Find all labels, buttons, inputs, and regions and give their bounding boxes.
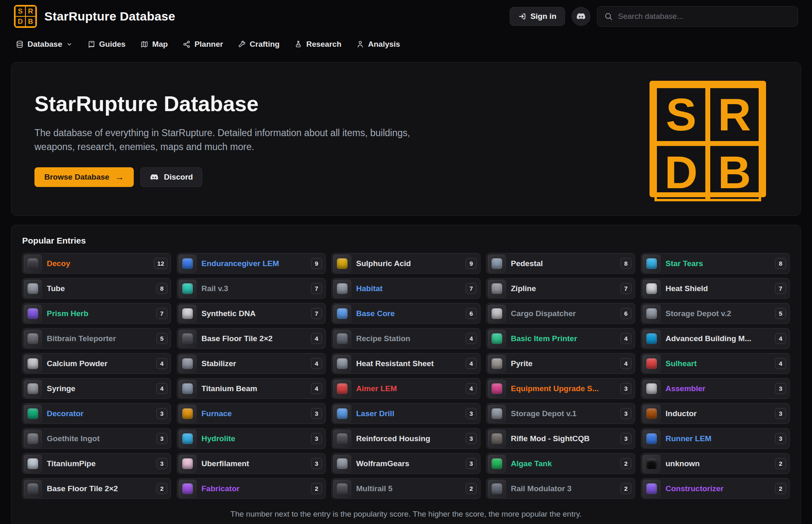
entry-name: Rifle Mod - SightCQB (511, 434, 615, 443)
popularity-score-badge: 3 (311, 433, 322, 444)
popular-entry[interactable]: Fabricator2 (177, 478, 326, 499)
entry-thumbnail (178, 480, 197, 498)
entry-thumbnail (178, 280, 197, 298)
popular-entry[interactable]: Sulheart4 (641, 353, 790, 374)
entry-thumbnail (178, 455, 197, 473)
popular-entry[interactable]: Decorator3 (22, 403, 171, 424)
entry-name: unknown (666, 459, 770, 468)
entry-name: Uberfilament (201, 459, 306, 468)
popular-entry[interactable]: Reinforced Housing3 (332, 428, 480, 449)
popular-entry[interactable]: Uberfilament3 (177, 453, 326, 474)
nav-item-guides[interactable]: Guides (87, 40, 126, 49)
nav-item-research[interactable]: Research (294, 40, 341, 49)
popular-entry[interactable]: Storage Depot v.25 (641, 303, 790, 324)
popular-entry[interactable]: Sulphuric Acid9 (332, 253, 480, 274)
popular-entry[interactable]: Base Core6 (332, 303, 480, 324)
popular-entry[interactable]: Cargo Dispatcher6 (486, 303, 635, 324)
popular-entry[interactable]: Synthetic DNA7 (177, 303, 326, 324)
popular-entry[interactable]: Pedestal8 (486, 253, 635, 274)
popularity-score-badge: 9 (311, 258, 322, 269)
sign-in-button[interactable]: Sign in (510, 7, 565, 26)
nav-item-map[interactable]: Map (140, 40, 168, 49)
popular-entry[interactable]: Storage Depot v.13 (486, 403, 635, 424)
popular-entry[interactable]: Stabilizer4 (177, 353, 326, 374)
popular-entry[interactable]: Zipline7 (486, 278, 635, 299)
entry-thumbnail (643, 305, 661, 323)
entry-thumbnail (488, 255, 506, 273)
popular-entry[interactable]: Base Floor Tile 2×22 (22, 478, 171, 499)
popular-entry[interactable]: Titanium Beam4 (177, 378, 326, 399)
popular-entry[interactable]: Pyrite4 (486, 353, 635, 374)
popular-entry[interactable]: Habitat7 (332, 278, 480, 299)
popular-entry[interactable]: Aimer LEM4 (332, 378, 480, 399)
nav-item-planner[interactable]: Planner (183, 40, 223, 49)
popularity-score-badge: 4 (311, 333, 322, 344)
search-input[interactable] (618, 12, 791, 21)
popular-entry[interactable]: Tube8 (22, 278, 171, 299)
popular-entry[interactable]: Furnace3 (177, 403, 326, 424)
popular-entry[interactable]: Calcium Powder4 (22, 353, 171, 374)
popular-entry[interactable]: Equipment Upgrade S...3 (486, 378, 635, 399)
popular-entry[interactable]: Multirail 52 (332, 478, 480, 499)
popular-entry[interactable]: unknown2 (641, 453, 790, 474)
hero-section: StarRupture Database The database of eve… (11, 62, 801, 216)
entry-thumbnail (178, 380, 197, 398)
srdb-logo-large: S R D B (650, 81, 766, 197)
popular-entry[interactable]: Laser Drill3 (332, 403, 480, 424)
discord-button[interactable]: Discord (140, 167, 202, 187)
browse-database-button[interactable]: Browse Database → (34, 167, 134, 187)
popular-entry[interactable]: Algae Tank2 (486, 453, 635, 474)
nav-item-crafting[interactable]: Crafting (238, 40, 280, 49)
popular-entry[interactable]: Goethite Ingot3 (22, 428, 171, 449)
popularity-footnote: The number next to the entry is the popu… (22, 510, 790, 519)
entry-thumbnail (178, 305, 197, 323)
popularity-score-badge: 8 (156, 283, 167, 294)
popularity-score-badge: 4 (775, 358, 786, 369)
nav-item-database[interactable]: Database (16, 40, 73, 49)
entry-thumbnail (24, 430, 42, 448)
popular-entry[interactable]: Heat Resistant Sheet4 (332, 353, 480, 374)
popular-grid: Decoy12Endurancegiver LEM9Sulphuric Acid… (22, 253, 790, 499)
entry-name: Runner LEM (666, 434, 770, 443)
popular-entry[interactable]: Rifle Mod - SightCQB3 (486, 428, 635, 449)
popular-entry[interactable]: Recipe Station4 (332, 328, 480, 349)
discord-icon (150, 173, 159, 182)
popularity-score-badge: 2 (311, 483, 322, 494)
discord-icon (576, 11, 586, 21)
popularity-score-badge: 4 (466, 383, 477, 394)
entry-thumbnail (488, 330, 506, 348)
popular-entry[interactable]: TitaniumPipe3 (22, 453, 171, 474)
popular-entry[interactable]: Runner LEM3 (641, 428, 790, 449)
nav-item-analysis[interactable]: Analysis (356, 40, 400, 49)
popular-entry[interactable]: Assembler3 (641, 378, 790, 399)
popular-entry[interactable]: Star Tears8 (641, 253, 790, 274)
popular-entry[interactable]: Hydrolite3 (177, 428, 326, 449)
guides-icon (87, 40, 96, 48)
popular-entry[interactable]: Inductor3 (641, 403, 790, 424)
popular-entry[interactable]: Basic Item Printer4 (486, 328, 635, 349)
popular-entry[interactable]: Bitbrain Teleporter5 (22, 328, 171, 349)
popularity-score-badge: 4 (156, 358, 167, 369)
popular-entry[interactable]: Rail v.37 (177, 278, 326, 299)
popular-entry[interactable]: Endurancegiver LEM9 (177, 253, 326, 274)
popular-entry[interactable]: Heat Shield7 (641, 278, 790, 299)
entry-thumbnail (24, 255, 42, 273)
popular-entry[interactable]: Advanced Building M...4 (641, 328, 790, 349)
popular-entry[interactable]: Base Floor Tile 2×24 (177, 328, 326, 349)
popular-entry[interactable]: WolframGears3 (332, 453, 480, 474)
top-header: S R D B StarRupture Database Sign in (0, 0, 812, 33)
popular-entry[interactable]: Syringe4 (22, 378, 171, 399)
entry-name: Storage Depot v.1 (511, 409, 615, 418)
popular-entry[interactable]: Rail Modulator 32 (486, 478, 635, 499)
section-title: Popular Entries (22, 236, 790, 246)
entry-thumbnail (24, 305, 42, 323)
popularity-score-badge: 5 (156, 333, 167, 344)
discord-icon-button[interactable] (572, 7, 590, 26)
entry-thumbnail (333, 405, 351, 423)
popular-entry[interactable]: Decoy12 (22, 253, 171, 274)
entry-thumbnail (24, 455, 42, 473)
popular-entry[interactable]: Prism Herb7 (22, 303, 171, 324)
entry-name: Base Floor Tile 2×2 (47, 484, 151, 493)
popular-entry[interactable]: Constructorizer2 (641, 478, 790, 499)
site-logo[interactable]: S R D B (14, 5, 37, 28)
